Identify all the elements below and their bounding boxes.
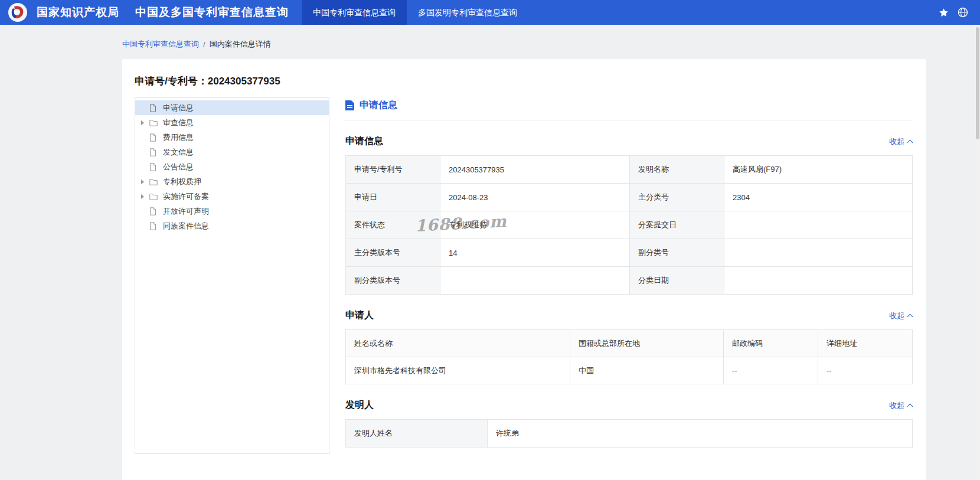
blue-doc-icon xyxy=(345,100,354,110)
collapse-applicant-section[interactable]: 收起 xyxy=(889,311,912,321)
sidebar-item-label: 同族案件信息 xyxy=(163,221,209,231)
tree-caret-icon[interactable] xyxy=(141,179,144,184)
doc-icon xyxy=(149,222,158,230)
topbar: 国家知识产权局 中国及多国专利审查信息查询 中国专利审查信息查询 多国发明专利审… xyxy=(0,0,980,25)
application-table: 申请号/专利号 2024305377935 发明名称 高速风扇(F97) 申请日… xyxy=(345,155,913,295)
panel-header: 申请信息 xyxy=(345,97,912,120)
application-section-title: 申请信息 xyxy=(345,135,383,148)
inventor-section-header: 发明人 收起 xyxy=(345,399,912,412)
chevron-up-icon xyxy=(907,314,913,319)
column-header: 姓名或名称 xyxy=(346,330,570,357)
column-header: 国籍或总部所在地 xyxy=(570,330,724,357)
sidebar-item-label: 公告信息 xyxy=(163,162,194,172)
sidebar-item-open-license-declaration[interactable]: 开放许可声明 xyxy=(135,204,329,218)
doc-icon xyxy=(149,148,158,156)
field-label: 副分类版本号 xyxy=(346,267,440,295)
page-title: 申请号/专利号：2024305377935 xyxy=(122,59,926,88)
field-label: 主分类版本号 xyxy=(346,239,440,267)
sidebar-item-label: 申请信息 xyxy=(163,103,194,113)
tab-china-patent-query[interactable]: 中国专利审查信息查询 xyxy=(302,0,407,25)
tree-caret-icon[interactable] xyxy=(141,120,144,125)
field-label: 主分类号 xyxy=(630,184,724,211)
cnipa-logo-icon xyxy=(8,2,28,22)
page: 国家知识产权局 中国及多国专利审查信息查询 中国专利审查信息查询 多国发明专利审… xyxy=(0,0,980,480)
breadcrumb-separator: / xyxy=(203,40,205,49)
doc-icon xyxy=(149,163,158,171)
breadcrumb: 中国专利审查信息查询 / 国内案件信息详情 xyxy=(122,39,271,50)
sidebar-item-license-record[interactable]: 实施许可备案 xyxy=(135,189,329,204)
field-label: 分案提交日 xyxy=(630,211,724,239)
detail-card: 申请号/专利号：2024305377935 申请信息 审查信息 xyxy=(122,59,926,480)
table-row: 申请日 2024-08-23 主分类号 2304 xyxy=(346,184,913,211)
field-label: 案件状态 xyxy=(346,211,440,239)
table-row: 申请号/专利号 2024305377935 发明名称 高速风扇(F97) xyxy=(346,156,913,184)
app-title: 中国及多国专利审查信息查询 xyxy=(135,5,289,20)
doc-icon xyxy=(149,133,158,142)
chevron-up-icon xyxy=(907,403,913,409)
sidebar-item-family-case-info[interactable]: 同族案件信息 xyxy=(135,218,329,233)
table-header-row: 姓名或名称 国籍或总部所在地 邮政编码 详细地址 xyxy=(346,330,913,357)
collapse-inventor-section[interactable]: 收起 xyxy=(889,400,912,411)
sidebar-item-issued-documents-info[interactable]: 发文信息 xyxy=(135,145,329,159)
table-row: 副分类版本号 分类日期 xyxy=(346,267,913,295)
table-row: 发明人姓名 许统弟 xyxy=(346,420,913,448)
sidebar-item-examination-info[interactable]: 审查信息 xyxy=(135,115,329,130)
field-value: 2024305377935 xyxy=(440,156,630,184)
sidebar-item-announcement-info[interactable]: 公告信息 xyxy=(135,159,329,174)
doc-icon xyxy=(149,207,158,215)
column-header: 详细地址 xyxy=(818,330,913,357)
field-value: 14 xyxy=(440,239,630,267)
section-tree: 申请信息 审查信息 费用信息 发文信息 xyxy=(135,97,329,454)
field-label: 发明人姓名 xyxy=(346,420,488,448)
field-value xyxy=(724,239,913,267)
collapse-label: 收起 xyxy=(889,136,904,147)
applicant-table: 姓名或名称 国籍或总部所在地 邮政编码 详细地址 深圳市格先者科技有限公司 中国… xyxy=(345,329,913,384)
org-name: 国家知识产权局 xyxy=(37,5,119,20)
applicant-name: 深圳市格先者科技有限公司 xyxy=(346,357,570,384)
field-label: 发明名称 xyxy=(630,156,724,184)
page-title-label: 申请号/专利号： xyxy=(135,76,208,87)
applicant-section-title: 申请人 xyxy=(345,309,374,322)
field-value xyxy=(440,267,630,295)
tab-multicountry-patent-query[interactable]: 多国发明专利审查信息查询 xyxy=(407,0,528,25)
sidebar-item-fee-info[interactable]: 费用信息 xyxy=(135,130,329,145)
sidebar-item-patent-pledge[interactable]: 专利权质押 xyxy=(135,174,329,189)
field-label: 申请号/专利号 xyxy=(346,156,440,184)
collapse-application-section[interactable]: 收起 xyxy=(889,136,912,147)
sidebar-item-label: 发文信息 xyxy=(163,147,194,158)
sidebar-item-label: 实施许可备案 xyxy=(163,191,209,202)
topbar-tabs: 中国专利审查信息查询 多国发明专利审查信息查询 xyxy=(302,0,528,25)
tree-caret-icon[interactable] xyxy=(141,194,144,199)
field-value xyxy=(724,267,913,295)
field-label: 分类日期 xyxy=(630,267,724,295)
topbar-actions xyxy=(939,7,968,18)
scrollbar-thumb[interactable] xyxy=(976,27,979,139)
field-label: 副分类号 xyxy=(630,239,724,267)
sidebar-item-application-info[interactable]: 申请信息 xyxy=(135,100,329,115)
inventor-name: 许统弟 xyxy=(488,420,913,448)
chevron-up-icon xyxy=(907,139,913,145)
field-value: 高速风扇(F97) xyxy=(724,156,913,184)
sidebar-item-label: 审查信息 xyxy=(163,117,194,128)
applicant-address: -- xyxy=(818,357,913,384)
inventor-section-title: 发明人 xyxy=(345,399,374,412)
folder-icon xyxy=(149,178,158,185)
applicant-section-header: 申请人 收起 xyxy=(345,309,912,322)
folder-icon xyxy=(149,119,158,126)
applicant-country: 中国 xyxy=(570,357,724,384)
globe-icon[interactable] xyxy=(958,7,968,18)
application-table-wrap: 申请号/专利号 2024305377935 发明名称 高速风扇(F97) 申请日… xyxy=(345,155,912,295)
doc-icon xyxy=(149,104,158,112)
inventor-table: 发明人姓名 许统弟 xyxy=(345,419,913,448)
sidebar-item-label: 开放许可声明 xyxy=(163,206,209,217)
field-value xyxy=(724,211,913,239)
scrollbar-track xyxy=(975,25,980,480)
detail-content: 申请信息 申请信息 收起 申请号/专利号 2024305377 xyxy=(345,97,912,454)
sidebar-item-label: 专利权质押 xyxy=(163,177,201,187)
star-icon[interactable] xyxy=(939,8,949,18)
breadcrumb-link-query-home[interactable]: 中国专利审查信息查询 xyxy=(122,39,199,50)
panel-title: 申请信息 xyxy=(360,99,397,112)
column-header: 邮政编码 xyxy=(724,330,818,357)
collapse-label: 收起 xyxy=(889,311,904,321)
field-label: 申请日 xyxy=(346,184,440,211)
